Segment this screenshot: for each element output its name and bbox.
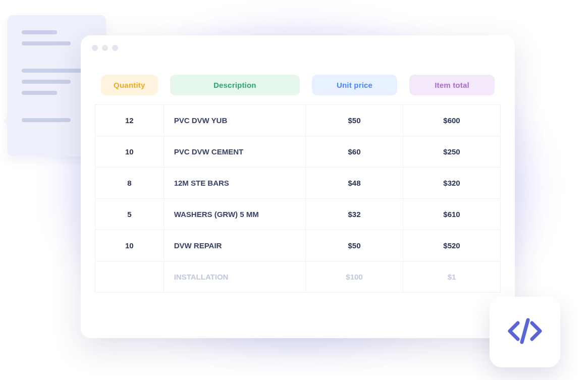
- window-titlebar: [81, 35, 515, 61]
- cell-description: 12M STE BARS: [164, 167, 306, 198]
- header-quantity: Quantity: [95, 70, 164, 104]
- cell-unit-price: $100: [306, 261, 403, 293]
- cell-item-total: $320: [403, 167, 501, 198]
- invoice-window: Quantity Description Unit price Item tot…: [81, 35, 515, 338]
- header-pill-quantity: Quantity: [101, 75, 158, 95]
- header-pill-unit-price: Unit price: [312, 75, 397, 95]
- cell-description: INSTALLATION: [164, 261, 306, 293]
- cell-unit-price: $60: [306, 136, 403, 167]
- invoice-table-body: 12PVC DVW YUB$50$60010PVC DVW CEMENT$60$…: [95, 104, 501, 293]
- cell-quantity: [95, 261, 164, 293]
- table-row: 12PVC DVW YUB$50$600: [95, 104, 501, 136]
- header-pill-item-total: Item total: [409, 75, 495, 95]
- doc-line: [22, 80, 71, 84]
- cell-quantity: 10: [95, 136, 164, 167]
- cell-item-total: $600: [403, 104, 501, 136]
- table-row: 812M STE BARS$48$320: [95, 167, 501, 198]
- invoice-table-container: Quantity Description Unit price Item tot…: [81, 61, 515, 307]
- cell-quantity: 12: [95, 104, 164, 136]
- cell-quantity: 10: [95, 230, 164, 261]
- cell-description: PVC DVW YUB: [164, 104, 306, 136]
- doc-fold-notch: [5, 115, 11, 127]
- doc-line: [22, 30, 57, 34]
- window-control-dot[interactable]: [102, 45, 108, 51]
- cell-description: WASHERS (GRW) 5 MM: [164, 198, 306, 230]
- header-unit-price: Unit price: [306, 70, 403, 104]
- cell-description: DVW REPAIR: [164, 230, 306, 261]
- cell-quantity: 8: [95, 167, 164, 198]
- invoice-table: Quantity Description Unit price Item tot…: [95, 70, 501, 293]
- cell-description: PVC DVW CEMENT: [164, 136, 306, 167]
- cell-unit-price: $50: [306, 230, 403, 261]
- cell-unit-price: $32: [306, 198, 403, 230]
- table-row: 5WASHERS (GRW) 5 MM$32$610: [95, 198, 501, 230]
- table-row: INSTALLATION$100$1: [95, 261, 501, 293]
- cell-item-total: $520: [403, 230, 501, 261]
- table-row: 10DVW REPAIR$50$520: [95, 230, 501, 261]
- cell-item-total: $610: [403, 198, 501, 230]
- header-description: Description: [164, 70, 306, 104]
- cell-unit-price: $50: [306, 104, 403, 136]
- window-control-dot[interactable]: [112, 45, 118, 51]
- code-badge-card[interactable]: [490, 297, 560, 367]
- doc-line: [22, 118, 71, 122]
- svg-line-0: [522, 320, 528, 342]
- cell-item-total: $1: [403, 261, 501, 293]
- table-row: 10PVC DVW CEMENT$60$250: [95, 136, 501, 167]
- window-control-dot[interactable]: [92, 45, 98, 51]
- code-icon: [507, 317, 543, 347]
- doc-line: [22, 41, 71, 45]
- header-item-total: Item total: [403, 70, 501, 104]
- cell-unit-price: $48: [306, 167, 403, 198]
- doc-line: [22, 91, 57, 95]
- doc-line: [22, 69, 85, 73]
- cell-item-total: $250: [403, 136, 501, 167]
- header-pill-description: Description: [170, 75, 300, 95]
- cell-quantity: 5: [95, 198, 164, 230]
- table-header-row: Quantity Description Unit price Item tot…: [95, 70, 501, 104]
